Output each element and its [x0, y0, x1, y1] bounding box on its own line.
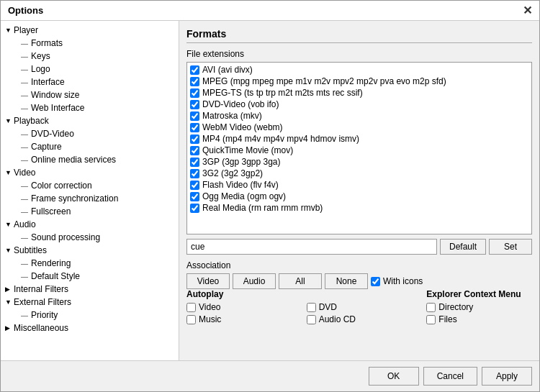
dash-icon: —: [21, 234, 30, 242]
ok-button[interactable]: OK: [369, 367, 419, 386]
format-checkbox[interactable]: [190, 65, 199, 75]
sidebar-label-playback: Playback: [14, 116, 49, 126]
sidebar-item-keys[interactable]: —Keys: [1, 50, 179, 63]
format-checkbox[interactable]: [190, 100, 199, 109]
dash-icon: —: [21, 40, 30, 47]
autoplay-checkbox2-dvd[interactable]: [307, 303, 316, 312]
autoplay-label: Video: [199, 302, 220, 312]
search-row: Default Set: [186, 239, 532, 255]
apply-button[interactable]: Apply: [482, 367, 532, 386]
with-icons-checkbox-row: With icons: [371, 276, 423, 286]
autoplay-title: Autoplay: [186, 289, 292, 299]
sidebar-item-capture[interactable]: —Capture: [1, 140, 179, 153]
format-checkbox[interactable]: [190, 88, 199, 98]
dash-icon: —: [21, 195, 30, 203]
sidebar-item-miscellaneous[interactable]: ▶Miscellaneous: [1, 322, 179, 334]
autoplay-section: Autoplay VideoMusic: [186, 289, 292, 327]
sidebar-item-interface[interactable]: —Interface: [1, 76, 179, 88]
format-label: QuickTime Movie (mov): [202, 145, 293, 155]
list-item: Flash Video (flv f4v): [189, 179, 530, 191]
association-buttons: VideoAudioAllNoneWith icons: [186, 273, 532, 289]
assoc-btn-all[interactable]: All: [279, 273, 322, 289]
sidebar-item-default-style[interactable]: —Default Style: [1, 270, 179, 283]
sidebar-item-external-filters[interactable]: ▼External Filters: [1, 296, 179, 309]
collapse-icon: ▼: [5, 169, 12, 176]
sidebar-item-playback[interactable]: ▼Playback: [1, 114, 179, 127]
format-label: 3GP (3gp 3gpp 3ga): [202, 157, 281, 167]
title-bar-left: Options: [8, 5, 43, 16]
sidebar-item-sound-processing[interactable]: —Sound processing: [1, 231, 179, 244]
format-checkbox[interactable]: [190, 169, 199, 178]
sidebar-label-miscellaneous: Miscellaneous: [14, 323, 68, 333]
assoc-btn-none[interactable]: None: [325, 273, 368, 289]
sidebar-item-internal-filters[interactable]: ▶Internal Filters: [1, 283, 179, 296]
sidebar-label-capture: Capture: [31, 142, 62, 152]
expand-icon: ▶: [5, 286, 12, 293]
list-item: QuickTime Movie (mov): [189, 145, 530, 156]
list-item: MPEG-TS (ts tp trp m2t m2ts mts rec ssif…: [189, 87, 530, 99]
sidebar-item-window-size[interactable]: —Window size: [1, 88, 179, 101]
autoplay-checkbox-video[interactable]: [186, 303, 196, 312]
sidebar-item-fullscreen[interactable]: —Fullscreen: [1, 205, 179, 218]
set-button[interactable]: Set: [489, 239, 532, 255]
sidebar-item-online-media[interactable]: —Online media services: [1, 153, 179, 166]
format-label: MPEG (mpg mpeg mpe m1v m2v mpv2 mp2v pva…: [202, 76, 446, 86]
sidebar-item-priority[interactable]: —Priority: [1, 309, 179, 322]
sidebar: ▼Player—Formats—Keys—Logo—Interface—Wind…: [1, 21, 179, 360]
sidebar-item-subtitles[interactable]: ▼Subtitles: [1, 244, 179, 257]
format-label: AVI (avi divx): [202, 65, 253, 75]
close-button[interactable]: ✕: [523, 4, 532, 17]
list-item: MPEG (mpg mpeg mpe m1v m2v mpv2 mp2v pva…: [189, 76, 530, 87]
format-label: Ogg Media (ogm ogv): [202, 191, 286, 201]
sidebar-label-priority: Priority: [31, 310, 58, 320]
dash-icon: —: [21, 91, 30, 99]
sidebar-item-formats[interactable]: —Formats: [1, 37, 179, 50]
cancel-button[interactable]: Cancel: [423, 367, 477, 386]
format-label: MP4 (mp4 m4v mp4v mpv4 hdmov ismv): [202, 134, 359, 144]
sidebar-item-dvd-video[interactable]: —DVD-Video: [1, 127, 179, 140]
assoc-btn-video[interactable]: Video: [186, 273, 230, 289]
sidebar-item-rendering[interactable]: —Rendering: [1, 257, 179, 270]
bottom-buttons: OK Cancel Apply: [1, 360, 539, 391]
sidebar-label-frame-sync: Frame synchronization: [31, 193, 118, 204]
association-label: Association: [186, 260, 532, 270]
format-checkbox[interactable]: [190, 146, 199, 155]
sidebar-item-color-correction[interactable]: —Color correction: [1, 179, 179, 192]
sidebar-label-default-style: Default Style: [31, 271, 80, 281]
format-checkbox[interactable]: [190, 181, 199, 190]
assoc-btn-audio[interactable]: Audio: [233, 273, 276, 289]
expand-icon: ▶: [5, 324, 12, 332]
format-checkbox[interactable]: [190, 111, 199, 121]
format-checkbox[interactable]: [190, 123, 199, 132]
explorer-checkbox-directory[interactable]: [426, 303, 436, 312]
dash-icon: —: [21, 104, 30, 112]
sidebar-label-interface: Interface: [31, 77, 65, 87]
list-item: 3G2 (3g2 3gp2): [189, 168, 530, 179]
default-button[interactable]: Default: [440, 239, 486, 255]
sidebar-item-video[interactable]: ▼Video: [1, 166, 179, 179]
autoplay-checkbox-music[interactable]: [186, 315, 196, 324]
sidebar-item-player[interactable]: ▼Player: [1, 24, 179, 37]
autoplay-item: Music: [186, 314, 292, 324]
sidebar-item-audio[interactable]: ▼Audio: [1, 218, 179, 231]
format-checkbox[interactable]: [190, 77, 199, 86]
sidebar-label-web-interface: Web Interface: [31, 103, 84, 113]
explorer-items: DirectoryFiles: [426, 302, 532, 324]
format-checkbox[interactable]: [190, 204, 199, 213]
autoplay-checkbox2-audio-cd[interactable]: [307, 315, 316, 324]
format-checkbox[interactable]: [190, 192, 199, 201]
explorer-checkbox-files[interactable]: [426, 315, 436, 324]
sidebar-label-window-size: Window size: [31, 90, 79, 100]
dash-icon: —: [21, 130, 30, 138]
autoplay-col1: VideoMusic: [186, 302, 292, 324]
with-icons-checkbox[interactable]: [371, 277, 380, 286]
search-input[interactable]: [186, 239, 437, 255]
sidebar-item-logo[interactable]: —Logo: [1, 63, 179, 76]
sidebar-item-frame-sync[interactable]: —Frame synchronization: [1, 192, 179, 205]
explorer-item: Files: [426, 314, 532, 324]
format-checkbox[interactable]: [190, 135, 199, 144]
autoplay-col2: DVDAudio CD: [307, 302, 413, 324]
sidebar-item-web-interface[interactable]: —Web Interface: [1, 101, 179, 114]
format-checkbox[interactable]: [190, 158, 199, 167]
autoplay-item2: Audio CD: [307, 314, 413, 324]
